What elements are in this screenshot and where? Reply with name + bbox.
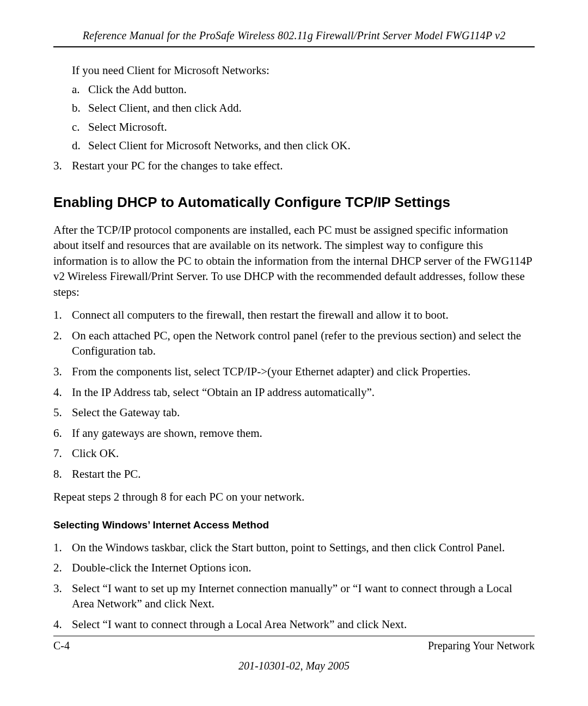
list-item: 5. Select the Gateway tab. (53, 405, 535, 421)
list-text: Select “I want to connect through a Loca… (72, 617, 535, 632)
list-marker: d. (72, 138, 88, 154)
list-marker: 1. (53, 307, 72, 323)
page-number: C-4 (53, 640, 70, 652)
list-text: Select “I want to set up my Internet con… (72, 581, 535, 612)
list-item: 4. Select “I want to connect through a L… (53, 617, 535, 632)
list-item: 3. Restart your PC for the changes to ta… (53, 158, 535, 174)
list-item: 1. Connect all computers to the firewall… (53, 307, 535, 323)
intro-line: If you need Client for Microsoft Network… (72, 63, 535, 78)
doc-id: 201-10301-02, May 2005 (53, 660, 535, 672)
list-item: 2. Double-click the Internet Options ico… (53, 560, 535, 576)
list-text: Select Client, and then click Add. (88, 100, 535, 116)
list-marker: 3. (53, 158, 72, 174)
section-name: Preparing Your Network (428, 640, 535, 652)
list-marker: 5. (53, 405, 72, 421)
section2-paragraph: After the TCP/IP protocol components are… (53, 222, 535, 300)
list-marker: 3. (53, 364, 72, 380)
section-heading-dhcp: Enabling DHCP to Automatically Configure… (53, 193, 535, 212)
list-text: If any gateways are shown, remove them. (72, 425, 535, 441)
list-marker: 6. (53, 425, 72, 441)
footer-row: C-4 Preparing Your Network (53, 636, 535, 652)
list-text: Select Client for Microsoft Networks, an… (88, 138, 535, 154)
list-item: c. Select Microsoft. (72, 119, 535, 135)
list-text: Restart the PC. (72, 466, 535, 482)
list-item: 1. On the Windows taskbar, click the Sta… (53, 540, 535, 556)
prev-list-continuation: If you need Client for Microsoft Network… (72, 63, 535, 154)
list-text: Double-click the Internet Options icon. (72, 560, 535, 576)
list-marker: c. (72, 119, 88, 135)
lettered-sublist: a. Click the Add button. b. Select Clien… (72, 82, 535, 154)
list-marker: 4. (53, 617, 72, 632)
section2-closing: Repeat steps 2 through 8 for each PC on … (53, 489, 535, 505)
list-text: Click OK. (72, 446, 535, 461)
list-marker: 2. (53, 328, 72, 359)
list-marker: 8. (53, 466, 72, 482)
running-header: Reference Manual for the ProSafe Wireles… (53, 29, 535, 42)
list-marker: 3. (53, 581, 72, 612)
list-item: 4. In the IP Address tab, select “Obtain… (53, 385, 535, 400)
list-marker: b. (72, 100, 88, 116)
list-marker: 7. (53, 446, 72, 461)
list-text: Click the Add button. (88, 82, 535, 98)
list-text: From the components list, select TCP/IP-… (72, 364, 535, 380)
list-item: 8. Restart the PC. (53, 466, 535, 482)
list-item: 2. On each attached PC, open the Network… (53, 328, 535, 359)
list-item: 7. Click OK. (53, 446, 535, 461)
list-marker: 2. (53, 560, 72, 576)
list-text: Select Microsoft. (88, 119, 535, 135)
list-item: 3. Select “I want to set up my Internet … (53, 581, 535, 612)
list-marker: 1. (53, 540, 72, 556)
list-marker: 4. (53, 385, 72, 400)
list-item: a. Click the Add button. (72, 82, 535, 98)
list-text: In the IP Address tab, select “Obtain an… (72, 385, 535, 400)
header-rule (53, 46, 535, 47)
list-text: On each attached PC, open the Network co… (72, 328, 535, 359)
list-item: b. Select Client, and then click Add. (72, 100, 535, 116)
list-item: d. Select Client for Microsoft Networks,… (72, 138, 535, 154)
page-footer: C-4 Preparing Your Network 201-10301-02,… (53, 636, 535, 672)
list-item: 6. If any gateways are shown, remove the… (53, 425, 535, 441)
document-page: Reference Manual for the ProSafe Wireles… (0, 0, 588, 706)
subheading-windows-access: Selecting Windows’ Internet Access Metho… (53, 518, 535, 532)
list-text: On the Windows taskbar, click the Start … (72, 540, 535, 556)
list-text: Connect all computers to the firewall, t… (72, 307, 535, 323)
list-item: 3. From the components list, select TCP/… (53, 364, 535, 380)
list-text: Select the Gateway tab. (72, 405, 535, 421)
body-content: If you need Client for Microsoft Network… (53, 63, 535, 632)
list-text: Restart your PC for the changes to take … (72, 158, 535, 174)
list-marker: a. (72, 82, 88, 98)
section3-ordered-list: 1. On the Windows taskbar, click the Sta… (53, 540, 535, 632)
section2-ordered-list: 1. Connect all computers to the firewall… (53, 307, 535, 482)
